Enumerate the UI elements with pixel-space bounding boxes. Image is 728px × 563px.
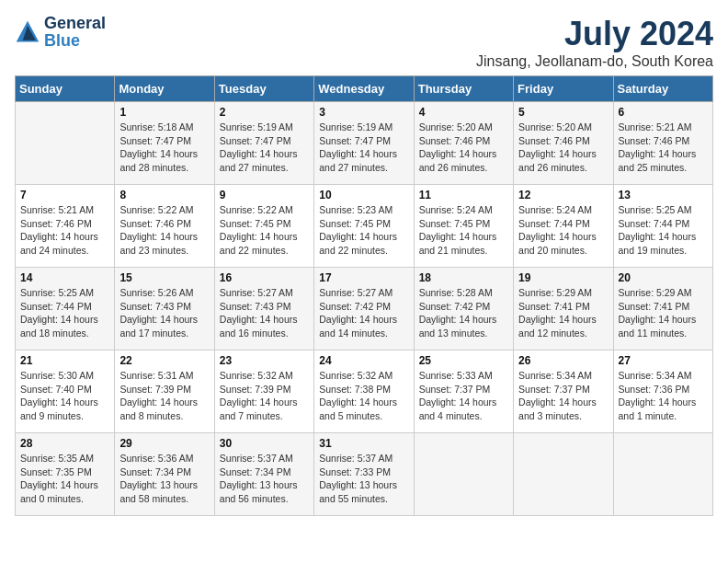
day-info: Sunrise: 5:25 AMSunset: 7:44 PMDaylight:… [619,203,708,258]
calendar-cell: 25Sunrise: 5:33 AMSunset: 7:37 PMDayligh… [414,350,513,433]
calendar-table: SundayMondayTuesdayWednesdayThursdayFrid… [15,75,713,516]
day-info: Sunrise: 5:22 AMSunset: 7:46 PMDaylight:… [119,203,209,258]
day-info: Sunrise: 5:20 AMSunset: 7:46 PMDaylight:… [518,121,608,175]
day-number: 1 [119,106,209,119]
day-number: 17 [319,271,408,284]
calendar-cell: 6Sunrise: 5:21 AMSunset: 7:46 PMDaylight… [613,102,712,185]
calendar-cell [514,433,613,516]
calendar-cell: 12Sunrise: 5:24 AMSunset: 7:44 PMDayligh… [514,185,613,268]
logo-text-blue: Blue [44,31,80,50]
day-number: 11 [419,189,508,201]
day-number: 25 [419,354,508,367]
day-info: Sunrise: 5:21 AMSunset: 7:46 PMDaylight:… [619,121,708,175]
day-info: Sunrise: 5:19 AMSunset: 7:47 PMDaylight:… [220,121,309,175]
day-number: 16 [220,271,309,284]
day-info: Sunrise: 5:30 AMSunset: 7:40 PMDaylight:… [20,369,109,423]
calendar-cell [16,102,115,185]
calendar-cell: 15Sunrise: 5:26 AMSunset: 7:43 PMDayligh… [115,268,214,350]
calendar-cell [613,433,712,516]
calendar-cell: 19Sunrise: 5:29 AMSunset: 7:41 PMDayligh… [514,268,613,350]
calendar-cell: 16Sunrise: 5:27 AMSunset: 7:43 PMDayligh… [214,268,313,350]
weekday-header-thursday: Thursday [414,76,513,102]
day-number: 2 [220,106,309,119]
weekday-header-sunday: Sunday [16,76,115,102]
day-info: Sunrise: 5:37 AMSunset: 7:33 PMDaylight:… [319,452,408,506]
day-number: 28 [20,437,109,450]
calendar-cell: 24Sunrise: 5:32 AMSunset: 7:38 PMDayligh… [314,350,414,433]
calendar-cell: 27Sunrise: 5:34 AMSunset: 7:36 PMDayligh… [613,350,712,433]
day-number: 6 [619,106,708,119]
day-info: Sunrise: 5:34 AMSunset: 7:37 PMDaylight:… [518,369,608,423]
day-number: 23 [220,354,309,367]
month-title: July 2024 [476,15,713,53]
day-number: 22 [119,354,209,367]
calendar-week-row: 1Sunrise: 5:18 AMSunset: 7:47 PMDaylight… [16,102,713,185]
day-info: Sunrise: 5:19 AMSunset: 7:47 PMDaylight:… [319,121,408,175]
weekday-header-tuesday: Tuesday [214,76,313,102]
day-number: 30 [220,437,309,450]
day-info: Sunrise: 5:23 AMSunset: 7:45 PMDaylight:… [319,203,408,258]
calendar-cell: 1Sunrise: 5:18 AMSunset: 7:47 PMDaylight… [115,102,214,185]
day-number: 27 [619,354,708,367]
calendar-week-row: 21Sunrise: 5:30 AMSunset: 7:40 PMDayligh… [16,350,713,433]
day-info: Sunrise: 5:24 AMSunset: 7:45 PMDaylight:… [419,203,508,258]
calendar-cell: 23Sunrise: 5:32 AMSunset: 7:39 PMDayligh… [214,350,313,433]
day-number: 10 [319,189,408,201]
day-info: Sunrise: 5:37 AMSunset: 7:34 PMDaylight:… [220,452,309,506]
day-number: 29 [119,437,209,450]
location-title: Jinsang, Jeollanam-do, South Korea [476,53,713,70]
day-number: 12 [518,189,608,201]
day-info: Sunrise: 5:20 AMSunset: 7:46 PMDaylight:… [419,121,508,175]
calendar-cell: 4Sunrise: 5:20 AMSunset: 7:46 PMDaylight… [414,102,513,185]
calendar-cell: 14Sunrise: 5:25 AMSunset: 7:44 PMDayligh… [16,268,115,350]
calendar-week-row: 28Sunrise: 5:35 AMSunset: 7:35 PMDayligh… [16,433,713,516]
calendar-week-row: 7Sunrise: 5:21 AMSunset: 7:46 PMDaylight… [16,185,713,268]
calendar-cell [414,433,513,516]
title-area: July 2024 Jinsang, Jeollanam-do, South K… [476,15,713,70]
calendar-cell: 26Sunrise: 5:34 AMSunset: 7:37 PMDayligh… [514,350,613,433]
logo-text-general: General [44,14,106,32]
day-info: Sunrise: 5:24 AMSunset: 7:44 PMDaylight:… [518,203,608,258]
calendar-cell: 30Sunrise: 5:37 AMSunset: 7:34 PMDayligh… [214,433,313,516]
day-info: Sunrise: 5:27 AMSunset: 7:42 PMDaylight:… [319,286,408,340]
day-info: Sunrise: 5:35 AMSunset: 7:35 PMDaylight:… [20,452,109,506]
calendar-cell: 28Sunrise: 5:35 AMSunset: 7:35 PMDayligh… [16,433,115,516]
calendar-cell: 8Sunrise: 5:22 AMSunset: 7:46 PMDaylight… [115,185,214,268]
day-number: 18 [419,271,508,284]
day-info: Sunrise: 5:29 AMSunset: 7:41 PMDaylight:… [518,286,608,340]
day-number: 8 [119,189,209,201]
calendar-cell: 5Sunrise: 5:20 AMSunset: 7:46 PMDaylight… [514,102,613,185]
calendar-cell: 17Sunrise: 5:27 AMSunset: 7:42 PMDayligh… [314,268,414,350]
day-number: 5 [518,106,608,119]
calendar-cell: 21Sunrise: 5:30 AMSunset: 7:40 PMDayligh… [16,350,115,433]
day-info: Sunrise: 5:33 AMSunset: 7:37 PMDaylight:… [419,369,508,423]
calendar-cell: 29Sunrise: 5:36 AMSunset: 7:34 PMDayligh… [115,433,214,516]
weekday-header-row: SundayMondayTuesdayWednesdayThursdayFrid… [16,76,713,102]
day-number: 24 [319,354,408,367]
calendar-cell: 7Sunrise: 5:21 AMSunset: 7:46 PMDaylight… [16,185,115,268]
day-number: 26 [518,354,608,367]
day-info: Sunrise: 5:32 AMSunset: 7:38 PMDaylight:… [319,369,408,423]
calendar-cell: 10Sunrise: 5:23 AMSunset: 7:45 PMDayligh… [314,185,414,268]
calendar-cell: 18Sunrise: 5:28 AMSunset: 7:42 PMDayligh… [414,268,513,350]
day-number: 3 [319,106,408,119]
day-number: 21 [20,354,109,367]
day-info: Sunrise: 5:21 AMSunset: 7:46 PMDaylight:… [20,203,109,258]
day-info: Sunrise: 5:31 AMSunset: 7:39 PMDaylight:… [119,369,209,423]
day-number: 9 [220,189,309,201]
header-area: General Blue July 2024 Jinsang, Jeollana… [15,15,713,70]
day-number: 19 [518,271,608,284]
day-number: 31 [319,437,408,450]
day-number: 7 [20,189,109,201]
day-info: Sunrise: 5:32 AMSunset: 7:39 PMDaylight:… [220,369,309,423]
day-info: Sunrise: 5:26 AMSunset: 7:43 PMDaylight:… [119,286,209,340]
logo: General Blue [15,15,106,50]
day-info: Sunrise: 5:29 AMSunset: 7:41 PMDaylight:… [619,286,708,340]
weekday-header-saturday: Saturday [613,76,712,102]
calendar-week-row: 14Sunrise: 5:25 AMSunset: 7:44 PMDayligh… [16,268,713,350]
calendar-cell: 31Sunrise: 5:37 AMSunset: 7:33 PMDayligh… [314,433,414,516]
calendar-cell: 9Sunrise: 5:22 AMSunset: 7:45 PMDaylight… [214,185,313,268]
weekday-header-monday: Monday [115,76,214,102]
day-info: Sunrise: 5:22 AMSunset: 7:45 PMDaylight:… [220,203,309,258]
weekday-header-wednesday: Wednesday [314,76,414,102]
